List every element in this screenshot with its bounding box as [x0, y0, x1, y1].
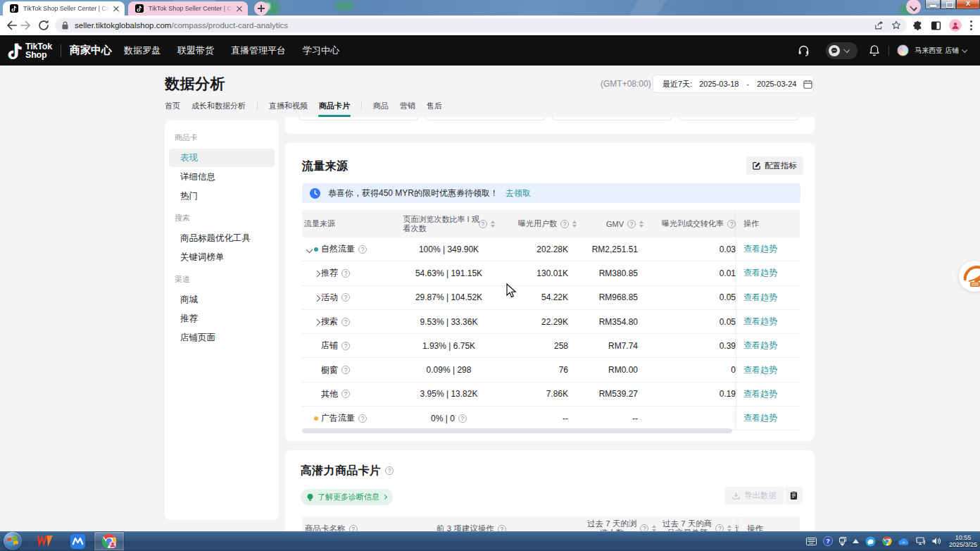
help-icon[interactable]: ?	[385, 466, 394, 475]
help-icon[interactable]: ?	[341, 269, 350, 278]
view-trend-link[interactable]: 查看趋势	[743, 412, 777, 424]
headset-icon[interactable]	[798, 44, 810, 56]
taskbar-app-icon[interactable]	[62, 531, 93, 551]
tab-close-icon[interactable]	[112, 4, 120, 13]
view-trend-link[interactable]: 查看趋势	[743, 340, 777, 352]
sidebar-item-recommend[interactable]: 推荐	[169, 309, 275, 328]
tab-close-icon[interactable]	[235, 4, 244, 13]
column-settings-button[interactable]	[785, 487, 803, 504]
view-trend-link[interactable]: 查看趋势	[743, 388, 777, 400]
sidebar-item-trending[interactable]: 热门	[169, 187, 275, 205]
window-maximize-button[interactable]	[941, 0, 956, 9]
messages-pill[interactable]	[826, 42, 857, 59]
tab-search-button[interactable]	[906, 0, 921, 14]
tab-home[interactable]: 首页	[165, 101, 180, 117]
help-icon[interactable]: ?	[727, 220, 736, 228]
browser-profile-avatar[interactable]	[949, 19, 962, 32]
new-tab-button[interactable]	[254, 1, 268, 16]
view-trend-link[interactable]: 查看趋势	[743, 364, 777, 376]
configure-metrics-button[interactable]: 配置指标	[746, 156, 803, 175]
tab-product[interactable]: 商品	[373, 101, 389, 117]
tab-title: TikTok Shop Seller Center | Cro	[23, 5, 111, 12]
share-icon[interactable]	[874, 20, 884, 30]
expand-icon[interactable]	[314, 295, 320, 301]
sort-icons[interactable]	[572, 221, 577, 228]
back-icon[interactable]	[4, 19, 17, 32]
help-icon[interactable]: ?	[479, 220, 487, 228]
horizontal-scrollbar[interactable]	[302, 428, 732, 433]
bookmark-star-icon[interactable]	[891, 20, 901, 30]
expand-icon[interactable]	[314, 271, 320, 277]
sidebar-item-keyword-ranking[interactable]: 关键词榜单	[169, 248, 275, 266]
chrome-tray-icon[interactable]	[882, 536, 892, 546]
start-button[interactable]	[4, 532, 22, 550]
browser-tab-inactive[interactable]: TikTok Shop Seller Center | Cro	[128, 1, 248, 16]
chevron-down-icon[interactable]	[962, 47, 967, 53]
view-trend-link[interactable]: 查看趋势	[743, 292, 777, 304]
help-icon[interactable]: ?	[341, 318, 350, 326]
tab-aftersale[interactable]: 售后	[427, 101, 442, 117]
view-trend-link[interactable]: 查看趋势	[743, 316, 777, 328]
view-trend-link[interactable]: 查看趋势	[743, 243, 777, 255]
tab-live-video[interactable]: 直播和视频	[269, 101, 308, 117]
nav-live-management[interactable]: 直播管理平台	[231, 44, 286, 57]
url-text: seller.tiktokglobalshop.com/compass/prod…	[75, 21, 288, 30]
browser-tab-active[interactable]: TikTok Shop Seller Center | Cro	[3, 1, 125, 16]
reload-icon[interactable]	[37, 19, 50, 32]
window-restore-tray-icon[interactable]	[839, 537, 846, 546]
side-panel-icon[interactable]	[931, 20, 941, 31]
help-icon[interactable]: ?	[458, 414, 467, 423]
taskbar-chrome-icon[interactable]	[94, 531, 125, 551]
export-data-button[interactable]: 导出数据	[724, 487, 784, 504]
store-name[interactable]: 马来西亚 店铺	[915, 46, 959, 56]
expand-icon[interactable]	[314, 319, 320, 326]
sidebar-item-details[interactable]: 详细信息	[169, 168, 275, 186]
cloud-tray-icon[interactable]	[898, 538, 910, 545]
notifications-bell-icon[interactable]	[869, 44, 880, 56]
tab-growth-analytics[interactable]: 成长和数据分析	[191, 101, 246, 117]
extensions-puzzle-icon[interactable]	[912, 20, 923, 31]
volume-tray-icon[interactable]	[932, 537, 941, 545]
tiktok-shop-logo[interactable]: TikTokShop	[8, 42, 52, 59]
input-keyboard-icon[interactable]	[806, 538, 817, 545]
nav-affiliate[interactable]: 联盟带货	[177, 44, 214, 57]
forward-icon[interactable]	[20, 19, 33, 32]
help-tray-icon[interactable]: ?	[823, 536, 833, 546]
sidebar-item-shop-page[interactable]: 店铺页面	[169, 328, 275, 347]
sidebar-item-title-optimizer[interactable]: 商品标题优化工具	[169, 229, 275, 247]
nav-data-compass[interactable]: 数据罗盘	[124, 44, 161, 57]
show-hidden-icons[interactable]	[853, 539, 859, 543]
browser-menu-icon[interactable]	[969, 20, 972, 31]
messenger-tray-icon[interactable]	[865, 536, 876, 547]
nav-seller-center[interactable]: 商家中心	[70, 44, 112, 57]
mouse-cursor	[506, 283, 517, 299]
view-trend-link[interactable]: 查看趋势	[743, 267, 777, 279]
address-bar[interactable]: seller.tiktokglobalshop.com/compass/prod…	[55, 18, 907, 32]
help-icon[interactable]: ?	[358, 414, 367, 423]
floating-service-widget[interactable]	[959, 261, 980, 292]
help-icon[interactable]: ?	[341, 366, 350, 374]
nav-learning-center[interactable]: 学习中心	[303, 44, 339, 57]
window-minimize-button[interactable]	[925, 0, 941, 9]
tab-marketing[interactable]: 营销	[400, 101, 415, 117]
help-icon[interactable]: ?	[560, 220, 569, 228]
claim-coupon-link[interactable]: 去领取	[505, 187, 531, 199]
tab-product-card[interactable]: 商品卡片	[319, 101, 350, 117]
sidebar-item-mall[interactable]: 商城	[169, 290, 275, 309]
date-range-picker[interactable]: 最近7天: 2025-03-18 - 2025-03-24	[653, 75, 814, 93]
help-icon[interactable]: ?	[341, 390, 350, 398]
help-icon[interactable]: ?	[627, 220, 636, 228]
window-close-button[interactable]	[956, 0, 980, 9]
cell-v2: 22.29K	[541, 317, 568, 327]
sort-icons[interactable]	[491, 221, 495, 228]
help-icon[interactable]: ?	[341, 293, 350, 302]
taskbar-clock[interactable]: 10:55 2025/3/25	[949, 534, 977, 549]
help-icon[interactable]: ?	[358, 245, 367, 254]
taskbar-wps-icon[interactable]	[30, 531, 61, 551]
network-tray-icon[interactable]	[916, 537, 926, 545]
sort-icons[interactable]	[639, 221, 643, 228]
sidebar-item-performance[interactable]: 表现	[169, 149, 275, 167]
diagnosis-info-pill[interactable]: 了解更多诊断信息	[301, 489, 393, 505]
help-icon[interactable]: ?	[341, 342, 350, 350]
collapse-icon[interactable]	[306, 246, 313, 252]
